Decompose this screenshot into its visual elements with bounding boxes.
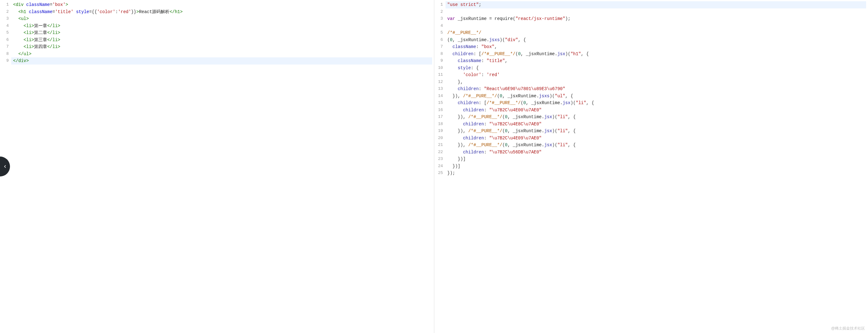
right-code-line[interactable]: children: "\u7B2C\u4E8C\u7AE0" — [447, 121, 866, 128]
token-prop: style — [458, 65, 471, 70]
token-plain — [13, 16, 19, 21]
token-plain — [447, 136, 463, 141]
token-str: 'color' — [463, 72, 482, 77]
token-str: "li" — [576, 100, 586, 105]
left-code-line[interactable]: <div className='box'> — [13, 1, 432, 8]
token-prop: jsx — [562, 100, 570, 105]
token-tag: </li> — [47, 30, 60, 35]
left-code-line[interactable]: <li>第四章</li> — [13, 43, 432, 51]
token-prop: className — [453, 44, 476, 49]
right-code-line[interactable] — [447, 23, 866, 30]
right-code-line[interactable]: }), /*#__PURE__*/(0, _jsxRuntime.jsxs)("… — [447, 93, 866, 100]
left-code-line[interactable]: <h1 className='title' style={{'color':'r… — [13, 8, 432, 15]
left-line-number: 5 — [0, 29, 11, 36]
right-line-number: 17 — [434, 113, 445, 121]
token-num: 0 — [523, 100, 526, 105]
right-editor-pane[interactable]: 1234567891011121314151617181920212223242… — [434, 0, 868, 333]
right-code[interactable]: "use strict"; var _jsxRuntime = require(… — [445, 0, 868, 178]
token-comment: /*#__PURE__*/ — [463, 94, 497, 99]
token-kw: var — [447, 16, 455, 21]
token-comment: /*#__PURE__*/ — [487, 100, 521, 105]
left-code-line[interactable]: </ul> — [13, 51, 432, 58]
left-code-line[interactable]: </div> — [0, 57, 432, 65]
token-str: "react/jsx-runtime" — [516, 16, 565, 21]
right-code-line[interactable]: })] — [447, 163, 866, 170]
token-prop: className — [458, 58, 482, 63]
left-editor-pane[interactable]: 123456789 <div className='box'> <h1 clas… — [0, 0, 434, 333]
left-code-line[interactable]: <ul> — [13, 15, 432, 23]
token-plain — [13, 52, 19, 57]
right-code-line[interactable]: "use strict"; — [434, 1, 866, 8]
right-code-line[interactable]: var _jsxRuntime = require("react/jsx-run… — [447, 15, 866, 23]
right-code-line[interactable]: }, — [447, 78, 866, 86]
right-line-number: 3 — [434, 15, 445, 23]
right-line-number: 1 — [434, 1, 445, 8]
token-str: "ul" — [555, 94, 565, 99]
token-attr-val: 'title' — [55, 9, 73, 14]
right-code-line[interactable]: children: "\u7B2C\u56DB\u7AE0" — [447, 149, 866, 156]
token-tag: </li> — [47, 23, 60, 28]
left-code-line[interactable]: <li>第二章</li> — [13, 29, 432, 36]
token-tag: <li> — [24, 30, 34, 35]
right-code-line[interactable]: children: "\u7B2C\u4E09\u7AE0" — [447, 135, 866, 142]
token-plain — [447, 122, 463, 127]
token-plain — [13, 9, 19, 14]
left-code-line[interactable]: <li>第三章</li> — [13, 36, 432, 44]
token-str: "\u7B2C\u56DB\u7AE0" — [489, 149, 541, 155]
right-code-line[interactable]: }), /*#__PURE__*/(0, _jsxRuntime.jsx)("l… — [447, 141, 866, 149]
right-code-line[interactable]: style: { — [447, 65, 866, 72]
token-str: "li" — [557, 114, 568, 120]
token-num: 0 — [505, 114, 507, 120]
token-attr-val: 'color' — [97, 9, 116, 14]
right-code-line[interactable]: 'color': 'red' — [447, 71, 866, 78]
right-code-line[interactable]: }), /*#__PURE__*/(0, _jsxRuntime.jsx)("l… — [447, 113, 866, 121]
token-prop: children — [463, 122, 484, 127]
token-ident: , _jsxRuntime. — [508, 129, 545, 133]
right-code-line[interactable]: children: "React\u6E90\u7801\u89E3\u6790… — [447, 86, 866, 93]
token-plain — [447, 107, 463, 112]
right-code-line[interactable]: children: [/*#__PURE__*/(0, _jsxRuntime.… — [447, 51, 866, 58]
right-code-line[interactable]: (0, _jsxRuntime.jsxs)("div", { — [447, 36, 866, 44]
right-line-number: 16 — [434, 107, 445, 114]
token-punct: )( — [500, 37, 505, 42]
right-code-line[interactable]: }), /*#__PURE__*/(0, _jsxRuntime.jsx)("l… — [447, 128, 866, 135]
right-code-line[interactable]: children: "\u7B2C\u4E00\u7AE0" — [447, 107, 866, 114]
token-punct: )( — [565, 52, 571, 57]
right-line-number: 21 — [434, 141, 445, 149]
token-attr-name: className — [29, 9, 53, 14]
right-line-number: 6 — [434, 36, 445, 44]
token-prop: jsxs — [489, 37, 500, 42]
token-str: "use strict" — [447, 2, 479, 7]
right-code-line[interactable]: children: [/*#__PURE__*/(0, _jsxRuntime.… — [447, 99, 866, 107]
token-attr-val: 'box' — [53, 2, 65, 7]
token-punct: : — [484, 136, 489, 141]
token-tag: </li> — [47, 44, 60, 49]
right-code-line[interactable]: }); — [447, 170, 866, 177]
right-line-number: 19 — [434, 128, 445, 135]
right-code-line[interactable]: })] — [447, 156, 866, 163]
right-code-line[interactable]: className: "box", — [447, 43, 866, 51]
token-punct: , { — [568, 114, 576, 120]
right-code-line[interactable] — [447, 8, 866, 15]
right-code-line[interactable]: /*#__PURE__*/ — [447, 29, 866, 36]
token-comment: /*#__PURE__*/ — [482, 52, 516, 57]
token-plain — [73, 9, 76, 14]
right-line-number: 22 — [434, 149, 445, 156]
right-gutter: 1234567891011121314151617181920212223242… — [434, 0, 445, 177]
token-plain — [447, 58, 458, 63]
token-num: 0 — [500, 94, 502, 99]
left-code[interactable]: <div className='box'> <h1 className='tit… — [11, 0, 434, 66]
right-code-line[interactable]: className: "title", — [447, 57, 866, 65]
token-punct: , { — [586, 100, 594, 105]
token-punct: , — [495, 44, 497, 49]
token-punct: : — [484, 107, 489, 112]
token-prop: children — [453, 52, 473, 57]
token-punct: })] — [447, 164, 461, 169]
token-plain — [447, 44, 453, 49]
token-tag: <li> — [24, 37, 34, 42]
token-tag: </div> — [13, 58, 29, 63]
left-code-line[interactable]: <li>第一章</li> — [13, 23, 432, 30]
token-tag: </ul> — [19, 52, 32, 57]
left-line-number: 7 — [0, 43, 11, 51]
token-punct: , — [505, 58, 507, 63]
